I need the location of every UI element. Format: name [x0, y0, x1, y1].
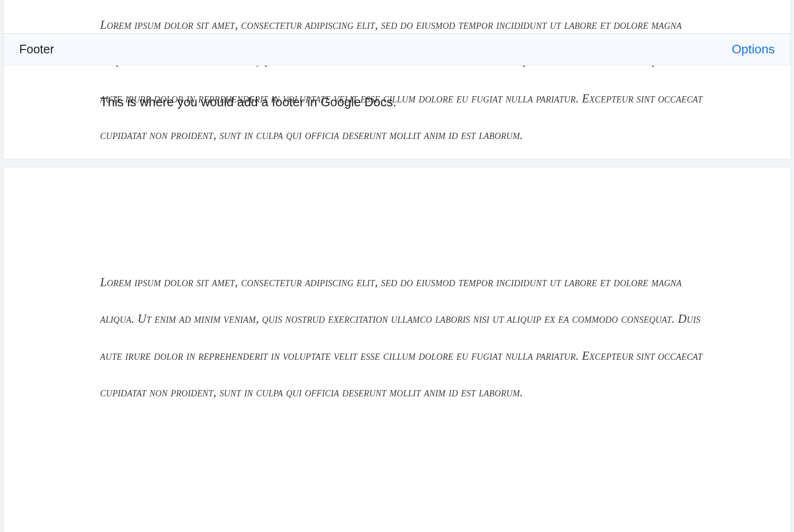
footer-header-bar: Footer Options — [4, 34, 790, 65]
document-page-2: Lorem ipsum dolor sit amet, consectetur … — [4, 167, 790, 532]
document-page-1: Lorem ipsum dolor sit amet, consectetur … — [4, 0, 790, 159]
footer-region: Footer Options This is where you would a… — [4, 33, 790, 159]
page-2-body-text[interactable]: Lorem ipsum dolor sit amet, consectetur … — [4, 167, 790, 411]
footer-content-text[interactable]: This is where you would add a footer in … — [4, 65, 790, 113]
footer-label: Footer — [19, 42, 54, 56]
footer-options-link[interactable]: Options — [731, 42, 775, 57]
